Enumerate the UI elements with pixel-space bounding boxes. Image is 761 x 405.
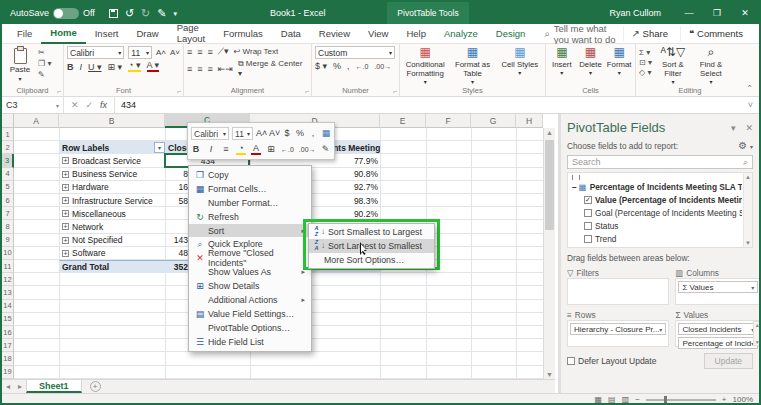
increase-decimal-icon[interactable]: ←.0 [356,63,369,70]
field-item-value-percentage-of-incidents-meeting[interactable]: ✓Value (Percentage of Incidents Meeting… [572,193,742,206]
pane-options-icon[interactable]: ▾ [731,123,736,133]
mini-font-name-select[interactable]: Calibri▾ [191,127,229,140]
values-area[interactable]: Closed Incidents▾Percentage of Incid▾▲▼ [675,320,761,347]
column-header-G[interactable]: G [471,114,516,128]
field-checkbox[interactable]: ✓ [584,196,592,204]
copy-icon[interactable]: ❐ ▾ [38,59,51,68]
update-button[interactable]: Update [704,353,753,369]
defer-layout-checkbox[interactable] [567,357,575,365]
mini-grow-font-icon[interactable]: A˄ [256,129,266,138]
align-right-icon[interactable]: ≡ [208,64,213,74]
pivot-header-row-labels[interactable]: Row Labels▾ [59,141,165,154]
fill-icon[interactable]: ⊡ ▾ [639,58,652,67]
menu-item-format-cells[interactable]: ▦Format Cells… [189,182,311,196]
field-checkbox[interactable] [584,209,592,217]
tab-help[interactable]: Help [397,25,435,43]
pane-close-icon[interactable]: ✕ [745,123,753,133]
mini-accounting-icon[interactable]: $ [282,129,292,138]
column-header-H[interactable]: H [516,114,543,128]
expand-icon[interactable]: + [62,197,69,204]
row-header-5[interactable]: 5 [2,181,14,194]
row-header-19[interactable]: 19 [2,366,14,379]
page-layout-view-icon[interactable]: ▤ [608,395,616,404]
menu-item-number-format[interactable]: Number Format… [189,196,311,210]
tab-home[interactable]: Home [41,24,85,44]
expand-icon[interactable]: + [62,250,69,257]
row-header-3[interactable]: 3 [2,154,14,167]
expand-icon[interactable]: + [62,210,69,217]
tab-data[interactable]: Data [272,25,310,43]
row-header-2[interactable]: 2 [2,141,14,154]
expand-icon[interactable]: + [62,184,69,191]
cut-icon[interactable]: ✂ [38,48,51,57]
column-header-B[interactable]: B [59,114,165,128]
paste-button[interactable]: Paste▾ [5,46,35,84]
bold-icon[interactable]: B [67,62,74,72]
row-header-7[interactable]: 7 [2,207,14,220]
number-dialog-launcher[interactable]: ⌐ [393,88,397,95]
find-select-button[interactable]: ⌕Find & Select▾ [694,46,728,84]
close-button[interactable]: ✕ [731,2,759,24]
insert-function-icon[interactable]: fx [100,100,107,110]
mini-percent-icon[interactable]: % [295,129,305,138]
fields-search-input[interactable]: Search ⌕ [567,155,753,169]
comma-style-icon[interactable]: , [347,61,350,71]
tell-me-search[interactable]: ⌕ Tell me what you want to do [544,23,622,45]
page-break-view-icon[interactable]: ▥ [622,395,630,404]
accounting-format-icon[interactable]: $ ▾ [315,61,327,71]
mini-font-size-select[interactable]: 11▾ [232,127,253,140]
expand-icon[interactable]: + [62,237,69,244]
expand-icon[interactable]: + [62,171,69,178]
number-format-select[interactable]: Custom▾ [315,46,395,59]
add-sheet-button[interactable]: + [90,381,101,392]
user-name[interactable]: Ryan Cullom [609,8,661,18]
font-name-select[interactable]: Calibri▾ [67,46,124,59]
format-cells-button[interactable]: ▦Format▾ [606,46,632,84]
mini-comma-icon[interactable]: , [308,129,318,138]
shrink-font-icon[interactable]: A˅ [170,48,180,57]
formula-bar-expand-icon[interactable]: ˅ [748,100,759,110]
mini-shrink-font-icon[interactable]: A˅ [269,129,279,138]
field-list-scrollbar[interactable]: ▲▼ [743,173,752,247]
restore-button[interactable]: ❐ [703,2,731,24]
mini-fill-color-icon[interactable]: ◔ [236,144,246,155]
borders-icon[interactable]: ⊞ ▾ [108,62,123,72]
zoom-level[interactable]: 100% [733,395,753,404]
row-header-8[interactable]: 8 [2,220,14,233]
pivot-row-label[interactable]: +Not Specified [59,234,165,247]
mini-decrease-decimal-icon[interactable]: .00→ [299,146,316,153]
redo-icon[interactable]: ↻ [141,8,150,19]
zoom-out-icon[interactable]: − [635,395,640,404]
clipboard-dialog-launcher[interactable]: ⌐ [57,88,61,95]
pen-icon[interactable]: ✎ [157,8,166,19]
menu-item-additional-actions[interactable]: Additional Actions▸ [189,293,311,307]
menu-item-pivottable-options[interactable]: PivotTable Options… [189,321,311,335]
merge-center-button[interactable]: ⧉ Merge & Center ▾ [238,59,308,78]
mini-bold-icon[interactable]: B [191,145,201,154]
align-middle-icon[interactable]: ≡ [197,47,202,57]
pivot-grand-total-label[interactable]: Grand Total [59,260,165,273]
submenu-item-sort-smallest-to-largest[interactable]: AZ↓Sort Smallest to Largest [309,225,434,239]
autosave-toggle[interactable]: AutoSave Off [10,8,95,19]
undo-icon[interactable]: ↺ [125,8,134,19]
confirm-entry-icon[interactable]: ✓ [86,100,94,110]
filters-area[interactable] [567,278,669,305]
submenu-item-more-sort-options[interactable]: More Sort Options… [309,253,434,267]
mini-borders-icon[interactable]: ⊞ [266,145,276,154]
vertical-scrollbar-thumb[interactable] [545,140,554,230]
align-bottom-icon[interactable]: ≡ [208,47,213,57]
field-chip-percentage-of-incid[interactable]: Percentage of Incid▾ [678,337,758,349]
menu-item-show-values-as[interactable]: Show Values As▸ [189,265,311,279]
mini-font-color-icon[interactable]: A [251,144,261,155]
row-header-12[interactable]: 12 [2,273,14,286]
row-labels-filter-icon[interactable]: ▾ [154,142,165,153]
comments-button[interactable]: ❝Comments [680,26,751,41]
tools-gear-icon[interactable]: ⚙ ▾ [738,140,753,151]
font-size-select[interactable]: 11▾ [128,46,152,59]
row-header-18[interactable]: 18 [2,352,14,365]
grow-font-icon[interactable]: A˄ [156,48,166,57]
zoom-slider-thumb[interactable] [664,396,667,404]
row-header-1[interactable]: 1 [2,128,14,141]
row-header-17[interactable]: 17 [2,339,14,352]
tab-insert[interactable]: Insert [86,25,128,43]
